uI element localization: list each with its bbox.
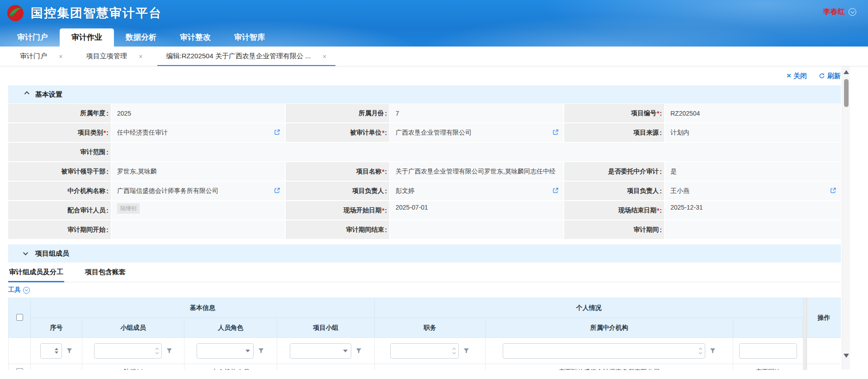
field-label-project-code: 项目编号*: xyxy=(564,104,664,122)
vertical-scrollbar[interactable] xyxy=(842,66,850,370)
field-label-audit-scope: 审计范围: xyxy=(8,143,111,161)
doc-tab-label: 编辑:RZ202504 关于广西农垦企业管理有限公 ... xyxy=(166,52,311,61)
field-label-audit-period-start: 审计期间开始: xyxy=(8,220,111,239)
caret-down-icon xyxy=(453,351,456,354)
field-assist-auditors[interactable]: 陆继钊 xyxy=(112,201,285,220)
cell-role: 中介机构人员 xyxy=(184,364,277,370)
tab-team-members[interactable]: 审计组成员及分工 xyxy=(8,262,64,282)
person-tag[interactable]: 陆继钊 xyxy=(117,203,140,214)
field-audit-period-end[interactable] xyxy=(390,220,563,239)
filter-funnel-icon[interactable] xyxy=(355,347,362,354)
agency-filter-combobox[interactable] xyxy=(503,343,705,359)
external-link-icon[interactable] xyxy=(274,187,280,195)
app-header: 国控集团智慧审计平台 李春红 审计门户 审计作业 数据分析 审计整改 审计智库 xyxy=(0,0,868,47)
external-link-icon[interactable] xyxy=(552,187,559,195)
cell-operations xyxy=(807,364,841,370)
field-project-manager2[interactable]: 王小燕 xyxy=(665,182,841,200)
duty-filter-combobox[interactable] xyxy=(390,343,459,359)
row-checkbox-cell xyxy=(9,364,31,370)
nav-item-audit-rectify[interactable]: 审计整改 xyxy=(168,28,222,47)
chevron-down-icon[interactable] xyxy=(849,8,856,16)
nav-item-data-analysis[interactable]: 数据分析 xyxy=(114,28,168,47)
filter-funnel-icon[interactable] xyxy=(709,347,716,354)
doc-tab-edit-project[interactable]: 编辑:RZ202504 关于广西农垦企业管理有限公 ... × xyxy=(155,47,339,66)
scroll-up-icon[interactable] xyxy=(844,70,849,74)
nav-item-audit-library[interactable]: 审计智库 xyxy=(222,28,277,47)
field-project-code[interactable]: RZ202504 xyxy=(665,104,841,122)
team-members-table: 基本信息 个人情况 操作 序号 小组成员 人员角色 项目小组 职务 所属中介机构 xyxy=(8,298,841,370)
field-year[interactable]: 2025 xyxy=(112,104,285,122)
nav-item-audit-portal[interactable]: 审计门户 xyxy=(5,28,60,47)
field-project-source[interactable]: 计划内 xyxy=(665,123,841,142)
field-label-project-source: 项目来源: xyxy=(564,123,664,142)
filter-funnel-icon[interactable] xyxy=(258,347,264,354)
field-project-name[interactable]: 关于广西农垦企业管理有限公司罗世东,莫咏麟同志任中经 xyxy=(390,162,563,181)
scroll-down-icon[interactable] xyxy=(844,354,849,358)
close-icon[interactable]: × xyxy=(59,52,63,60)
close-icon[interactable]: × xyxy=(139,52,143,60)
extra-filter-input[interactable] xyxy=(739,343,797,359)
inner-scrollbar-track[interactable] xyxy=(803,364,807,370)
external-link-icon[interactable] xyxy=(830,187,836,195)
doc-tab-project-setup[interactable]: 项目立项管理 × xyxy=(75,47,155,66)
refresh-page-button[interactable]: 刷新 xyxy=(819,72,841,80)
field-label-project-name: 项目名称*: xyxy=(286,162,389,181)
field-project-category[interactable]: 任中经济责任审计 xyxy=(112,123,285,142)
field-audited-leaders[interactable]: 罗世东,莫咏麟 xyxy=(112,162,285,181)
field-label-project-manager1: 项目负责人: xyxy=(286,182,389,200)
external-link-icon[interactable] xyxy=(552,129,559,136)
field-label-assist-auditors: 配合审计人员: xyxy=(8,201,111,220)
field-audit-period-start[interactable] xyxy=(112,220,285,239)
field-label-audit-period: 审计期间: xyxy=(564,220,664,239)
column-header-role: 人员角色 xyxy=(184,318,277,338)
field-label-audited-leaders: 被审计领导干部: xyxy=(8,162,111,181)
main-nav: 审计门户 审计作业 数据分析 审计整改 审计智库 xyxy=(5,28,277,47)
filter-funnel-icon[interactable] xyxy=(463,347,470,354)
field-site-start-date[interactable]: 2025-07-01 xyxy=(390,201,563,220)
field-label-site-start-date: 现场开始日期*: xyxy=(286,201,389,220)
doc-tab-audit-portal[interactable]: 审计门户 × xyxy=(8,47,75,66)
tab-project-ledgers[interactable]: 项目包含账套 xyxy=(84,262,127,282)
nav-item-audit-work[interactable]: 审计作业 xyxy=(60,28,114,47)
spinner-up-icon[interactable] xyxy=(55,348,58,350)
select-all-checkbox[interactable] xyxy=(16,314,23,321)
cell-seq xyxy=(31,364,82,370)
user-menu[interactable]: 李春红 xyxy=(823,7,856,17)
field-agency-name[interactable]: 广西瑞信盛德会计师事务所有限公司 xyxy=(112,182,285,200)
cell-duty xyxy=(375,364,486,370)
inner-scrollbar-track[interactable] xyxy=(803,338,807,364)
scrollbar-thumb[interactable] xyxy=(844,79,849,107)
field-auditee[interactable]: 广西农垦企业管理有限公司 xyxy=(390,123,563,142)
inner-scrollbar-track[interactable] xyxy=(803,298,807,338)
column-header-extra xyxy=(733,318,803,338)
table-row[interactable]: 陆继钊 中介机构人员 广西瑞信盛德会计师事务所有限公司 广西国控 xyxy=(9,364,841,370)
expand-icon xyxy=(23,250,28,255)
field-project-manager1[interactable]: 彭文婷 xyxy=(390,182,563,200)
section-title: 项目组成员 xyxy=(35,249,69,258)
external-link-icon[interactable] xyxy=(274,129,280,136)
row-checkbox[interactable] xyxy=(16,368,23,370)
role-filter-select[interactable] xyxy=(197,343,254,359)
team-filter-select[interactable] xyxy=(290,343,351,359)
field-site-end-date[interactable]: 2025-12-31 xyxy=(665,201,841,220)
document-tab-bar: 审计门户 × 项目立项管理 × 编辑:RZ202504 关于广西农垦企业管理有限… xyxy=(0,47,868,66)
section-project-team[interactable]: 项目组成员 xyxy=(8,244,841,262)
close-icon: × xyxy=(787,71,791,80)
field-entrust-intermediary[interactable]: 是 xyxy=(665,162,841,181)
field-label-auditee: 被审计单位*: xyxy=(286,123,389,142)
section-basic-settings[interactable]: 基本设置 xyxy=(8,85,841,103)
field-month[interactable]: 7 xyxy=(390,104,563,122)
field-audit-scope[interactable] xyxy=(112,143,841,161)
seq-filter-input[interactable] xyxy=(40,343,62,359)
filter-funnel-icon[interactable] xyxy=(166,347,173,354)
page-title: 国控集团智慧审计平台 xyxy=(31,5,162,21)
tools-menu-button[interactable]: 工具 xyxy=(8,282,841,298)
field-audit-period[interactable] xyxy=(665,220,841,239)
column-header-duty: 职务 xyxy=(375,318,486,338)
close-page-button[interactable]: × 关闭 xyxy=(787,71,807,80)
member-filter-combobox[interactable] xyxy=(94,343,162,359)
doc-tab-label: 项目立项管理 xyxy=(86,52,127,61)
filter-funnel-icon[interactable] xyxy=(66,347,73,354)
close-icon[interactable]: × xyxy=(323,52,327,60)
spinner-down-icon[interactable] xyxy=(55,351,58,354)
